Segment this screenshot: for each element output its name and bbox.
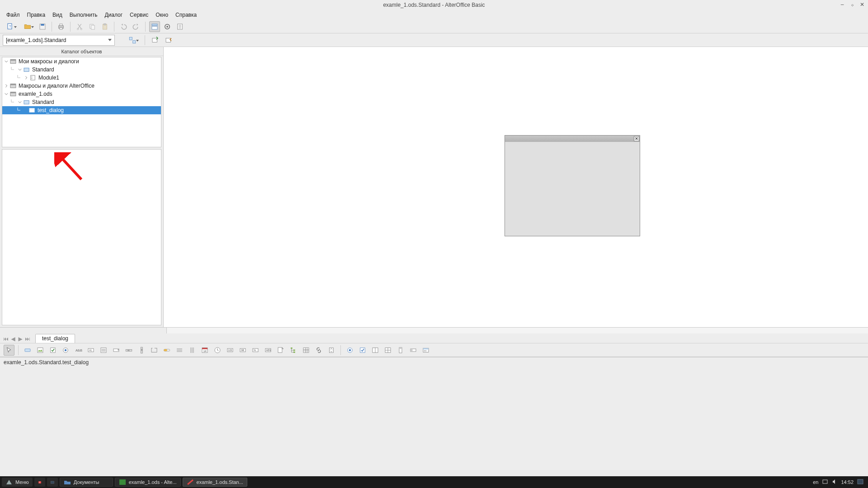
dialog-titlebar[interactable]: ✕ xyxy=(505,136,640,142)
expander-icon[interactable] xyxy=(24,75,28,80)
pattern-field-control[interactable]: ABN xyxy=(263,345,274,356)
menu-view[interactable]: Вид xyxy=(49,11,66,19)
expander-icon[interactable] xyxy=(4,59,9,64)
expander-icon[interactable] xyxy=(4,84,9,88)
dialog-canvas[interactable]: ✕ xyxy=(164,47,868,327)
module-tabs: ⏮ ◀ ▶ ⏭ test_dialog xyxy=(0,333,868,343)
properties-panel[interactable] xyxy=(2,149,161,325)
tree-doc-standard[interactable]: Standard xyxy=(2,98,161,106)
properties-control[interactable] xyxy=(408,345,419,356)
window-title: examle_1.ods.Standard - AlterOffice Basi… xyxy=(383,2,485,8)
tree-doc-dialog[interactable]: test_dialog xyxy=(2,106,161,114)
svg-text:14: 14 xyxy=(203,349,207,352)
tray-show-desktop-icon[interactable] xyxy=(857,479,863,485)
taskbar-menu[interactable]: Меню xyxy=(2,478,33,487)
export-dialog-button[interactable] xyxy=(163,35,174,46)
taskbar-term[interactable] xyxy=(47,478,58,487)
svg-rect-5 xyxy=(60,24,62,26)
selection-tool[interactable] xyxy=(4,345,14,356)
svg-rect-28 xyxy=(31,75,35,80)
label-control[interactable]: АБВ xyxy=(73,345,84,356)
tree-doc[interactable]: examle_1.ods xyxy=(2,90,161,98)
spin-control[interactable] xyxy=(326,345,337,356)
dialog-close-button[interactable]: ✕ xyxy=(634,136,639,141)
menu-window[interactable]: Окно xyxy=(152,11,172,19)
check-box-control[interactable] xyxy=(47,345,58,356)
taskbar-win-basic[interactable]: examle_1.ods.Stan... xyxy=(183,478,247,487)
formatted-field-control[interactable]: % xyxy=(250,345,261,356)
tray-clock[interactable]: 14:52 xyxy=(841,479,854,485)
image-control[interactable] xyxy=(35,345,46,356)
taskbar: Меню Y Документы examle_1.ods - Alte... … xyxy=(0,476,868,488)
progress-bar-control[interactable] xyxy=(161,345,172,356)
close-button[interactable]: ✕ xyxy=(859,1,865,8)
list-box-control[interactable] xyxy=(98,345,109,356)
option-button-control[interactable] xyxy=(60,345,71,356)
save-dialog-button[interactable] xyxy=(37,21,48,32)
tree-my-macros[interactable]: Мои макросы и диалоги xyxy=(2,57,161,66)
combo-box-control[interactable] xyxy=(111,345,122,356)
currency-field-control[interactable]: 0€ xyxy=(237,345,248,356)
dialog-preview[interactable]: ✕ xyxy=(505,135,640,236)
grid-2-control[interactable] xyxy=(382,345,393,356)
open-button[interactable] xyxy=(20,21,35,32)
check-box-2-control[interactable] xyxy=(357,345,368,356)
library-combo[interactable]: [examle_1.ods].Standard xyxy=(3,35,115,46)
tree-control[interactable] xyxy=(288,345,299,356)
print-button[interactable] xyxy=(56,21,66,32)
tree-label: examle_1.ods xyxy=(19,91,52,97)
tray-lang[interactable]: en xyxy=(813,479,818,485)
tray-network-icon[interactable] xyxy=(822,479,828,485)
nav-bar-control[interactable] xyxy=(395,345,406,356)
maximize-button[interactable]: ⬦ xyxy=(849,1,855,8)
object-catalog-button[interactable] xyxy=(149,21,160,32)
modules-button[interactable] xyxy=(175,21,185,32)
minimize-button[interactable]: – xyxy=(839,1,845,8)
new-module-button[interactable]: T xyxy=(3,21,18,32)
tab-prev-button[interactable]: ◀ xyxy=(10,336,16,342)
date-field-control[interactable]: 14 xyxy=(199,345,210,356)
import-dialog-button[interactable] xyxy=(150,35,160,46)
text-box-control[interactable]: A| xyxy=(85,345,96,356)
tree-my-standard[interactable]: Standard xyxy=(2,66,161,74)
tree-label: test_dialog xyxy=(38,107,64,113)
table-control[interactable] xyxy=(301,345,311,356)
time-field-control[interactable] xyxy=(212,345,223,356)
menu-edit[interactable]: Правка xyxy=(24,11,49,19)
menu-tools[interactable]: Сервис xyxy=(126,11,152,19)
taskbar-fm-label: Документы xyxy=(74,479,99,485)
menu-file[interactable]: Файл xyxy=(3,11,24,19)
test-mode-button[interactable] xyxy=(420,345,431,356)
menu-run[interactable]: Выполнить xyxy=(66,11,101,19)
file-selection-control[interactable] xyxy=(275,345,286,356)
tab-last-button[interactable]: ⏭ xyxy=(24,336,31,342)
tree-ao-macros[interactable]: Макросы и диалоги AlterOffice xyxy=(2,82,161,90)
push-button-control[interactable] xyxy=(22,345,33,356)
tab-next-button[interactable]: ▶ xyxy=(17,336,24,342)
object-tree[interactable]: Мои макросы и диалоги Standard Module1 М… xyxy=(2,57,161,147)
option-button-2-control[interactable] xyxy=(344,345,355,356)
scrollbar-h-control[interactable] xyxy=(123,345,134,356)
taskbar-browser[interactable]: Y xyxy=(34,478,45,487)
line-v-control[interactable] xyxy=(187,345,198,356)
menu-help[interactable]: Справка xyxy=(172,11,200,19)
hscroll-track[interactable] xyxy=(166,328,868,333)
line-h-control[interactable] xyxy=(174,345,185,356)
tree-my-module1[interactable]: Module1 xyxy=(2,74,161,82)
select-element-button[interactable] xyxy=(125,35,140,46)
hyperlink-control[interactable] xyxy=(313,345,324,356)
taskbar-win-calc[interactable]: examle_1.ods - Alte... xyxy=(115,478,181,487)
expander-icon[interactable] xyxy=(18,100,22,104)
numeric-field-control[interactable]: 123 xyxy=(225,345,236,356)
tab-test-dialog[interactable]: test_dialog xyxy=(35,334,75,343)
expander-icon[interactable] xyxy=(18,67,22,72)
tray-volume-icon[interactable] xyxy=(832,479,837,485)
tab-first-button[interactable]: ⏮ xyxy=(3,336,9,342)
scrollbar-v-control[interactable] xyxy=(136,345,147,356)
group-box-control[interactable] xyxy=(149,345,160,356)
taskbar-fm[interactable]: Документы xyxy=(60,478,113,487)
select-macro-button[interactable] xyxy=(162,21,173,32)
expander-icon[interactable] xyxy=(4,92,9,96)
grid-1-control[interactable] xyxy=(370,345,381,356)
menu-dialog[interactable]: Диалог xyxy=(101,11,126,19)
